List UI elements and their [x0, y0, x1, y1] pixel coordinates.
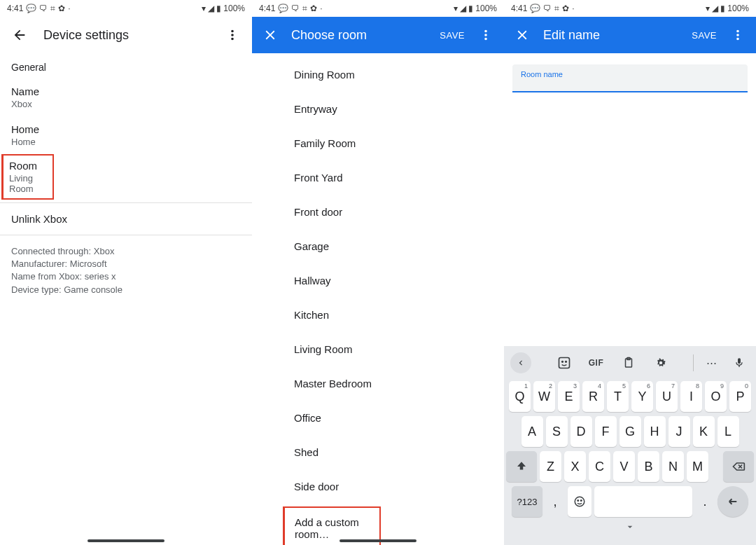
key-v[interactable]: V: [613, 451, 635, 482]
shift-key[interactable]: [506, 451, 537, 482]
app-bar: Choose room SAVE: [252, 17, 504, 53]
more-icon: ·: [68, 4, 70, 13]
back-button[interactable]: [6, 21, 34, 49]
svg-rect-0: [559, 358, 569, 368]
key-p[interactable]: 0P: [729, 381, 751, 412]
key-a[interactable]: A: [522, 416, 543, 447]
key-m[interactable]: M: [687, 451, 708, 482]
clipboard-icon[interactable]: [618, 352, 639, 373]
key-x[interactable]: X: [564, 451, 586, 482]
overflow-menu-button[interactable]: [724, 21, 752, 49]
divider: [0, 202, 252, 203]
sticker-icon[interactable]: [554, 352, 575, 373]
backspace-key[interactable]: [723, 451, 754, 482]
overflow-menu-button[interactable]: [472, 21, 500, 49]
setting-name-label: Name: [11, 85, 241, 97]
key-t[interactable]: 5T: [607, 381, 629, 412]
more-icon: ·: [572, 4, 574, 13]
save-button[interactable]: SAVE: [685, 25, 724, 46]
battery-text: 100%: [727, 4, 749, 13]
space-key[interactable]: [594, 486, 692, 517]
enter-key[interactable]: [718, 486, 748, 517]
chat-icon: 💬: [530, 4, 540, 13]
keyboard-collapse-button[interactable]: [506, 517, 754, 541]
setting-unlink-label: Unlink Xbox: [11, 213, 241, 225]
close-button[interactable]: [508, 21, 536, 49]
key-n[interactable]: N: [662, 451, 684, 482]
detail-name-from: Name from Xbox: series x: [11, 270, 241, 283]
mic-icon[interactable]: [729, 352, 750, 373]
room-option[interactable]: Front Yard: [252, 160, 504, 195]
setting-unlink[interactable]: Unlink Xbox: [0, 206, 252, 232]
gif-button[interactable]: GIF: [586, 352, 607, 373]
room-option[interactable]: Front door: [252, 195, 504, 229]
save-button[interactable]: SAVE: [433, 25, 472, 46]
messenger-icon: 🗨: [543, 4, 552, 13]
room-option[interactable]: Kitchen: [252, 298, 504, 332]
room-option[interactable]: Garage: [252, 229, 504, 263]
key-c[interactable]: C: [589, 451, 610, 482]
room-name-input[interactable]: Room name: [512, 64, 748, 92]
battery-icon: ▮: [720, 4, 725, 13]
room-option[interactable]: Side door: [252, 469, 504, 504]
key-z[interactable]: Z: [540, 451, 561, 482]
symbols-key[interactable]: ?123: [512, 486, 542, 517]
key-s[interactable]: S: [546, 416, 568, 447]
keyboard-row-1: 1Q2W3E4R5T6Y7U8I9O0P: [506, 381, 754, 412]
device-details: Connected through: Xbox Manufacturer: Mi…: [0, 238, 252, 303]
key-d[interactable]: D: [570, 416, 592, 447]
setting-name[interactable]: Name Xbox: [0, 78, 252, 116]
key-g[interactable]: G: [620, 416, 641, 447]
slack-icon: ⌗: [50, 4, 55, 13]
key-y[interactable]: 6Y: [631, 381, 653, 412]
screen-choose-room: 4:41 💬 🗨 ⌗ ✿ · ▾ ◢ ▮ 100% Choose room SA…: [252, 0, 504, 545]
key-l[interactable]: L: [718, 416, 739, 447]
svg-point-1: [561, 361, 563, 363]
page-title: Edit name: [543, 28, 685, 43]
key-w[interactable]: 2W: [533, 381, 555, 412]
key-i[interactable]: 8I: [680, 381, 702, 412]
more-icon[interactable]: ⋯: [701, 352, 722, 373]
comma-key[interactable]: ,: [545, 486, 565, 517]
page-title: Choose room: [291, 28, 433, 43]
svg-point-5: [575, 497, 584, 506]
gear-icon[interactable]: [650, 352, 671, 373]
room-option[interactable]: Hallway: [252, 263, 504, 298]
detail-connected: Connected through: Xbox: [11, 245, 241, 258]
wifi-icon: ▾: [202, 4, 206, 13]
key-j[interactable]: J: [668, 416, 690, 447]
key-b[interactable]: B: [638, 451, 659, 482]
key-h[interactable]: H: [644, 416, 666, 447]
detail-type: Device type: Game console: [11, 284, 241, 296]
status-time: 4:41: [259, 4, 275, 13]
key-k[interactable]: K: [693, 416, 715, 447]
nav-bar: [252, 539, 504, 542]
key-q[interactable]: 1Q: [509, 381, 531, 412]
room-option[interactable]: Shed: [252, 435, 504, 469]
key-r[interactable]: 4R: [582, 381, 604, 412]
keyboard-row-4: ?123 , .: [506, 486, 754, 517]
svg-point-6: [578, 500, 579, 502]
room-option[interactable]: Dining Room: [252, 57, 504, 92]
setting-home[interactable]: Home Home: [0, 116, 252, 154]
key-f[interactable]: F: [595, 416, 617, 447]
overflow-menu-button[interactable]: [218, 21, 246, 49]
status-bar: 4:41 💬 🗨 ⌗ ✿ · ▾ ◢ ▮ 100%: [252, 0, 504, 17]
status-bar: 4:41 💬 🗨 ⌗ ✿ · ▾ ◢ ▮ 100%: [0, 0, 252, 17]
key-e[interactable]: 3E: [558, 381, 580, 412]
room-option[interactable]: Family Room: [252, 126, 504, 160]
kb-back-icon[interactable]: [510, 352, 531, 373]
room-option[interactable]: Entryway: [252, 92, 504, 126]
room-option[interactable]: Office: [252, 401, 504, 435]
app-icon: ✿: [310, 4, 317, 13]
setting-room-label: Room: [9, 160, 47, 172]
close-button[interactable]: [256, 21, 284, 49]
setting-room[interactable]: Room Living Room: [1, 154, 54, 200]
app-icon: ✿: [58, 4, 65, 13]
emoji-key[interactable]: [568, 486, 592, 517]
key-u[interactable]: 7U: [656, 381, 678, 412]
key-o[interactable]: 9O: [705, 381, 727, 412]
period-key[interactable]: .: [695, 486, 715, 517]
room-option[interactable]: Master Bedroom: [252, 366, 504, 401]
room-option[interactable]: Living Room: [252, 332, 504, 366]
